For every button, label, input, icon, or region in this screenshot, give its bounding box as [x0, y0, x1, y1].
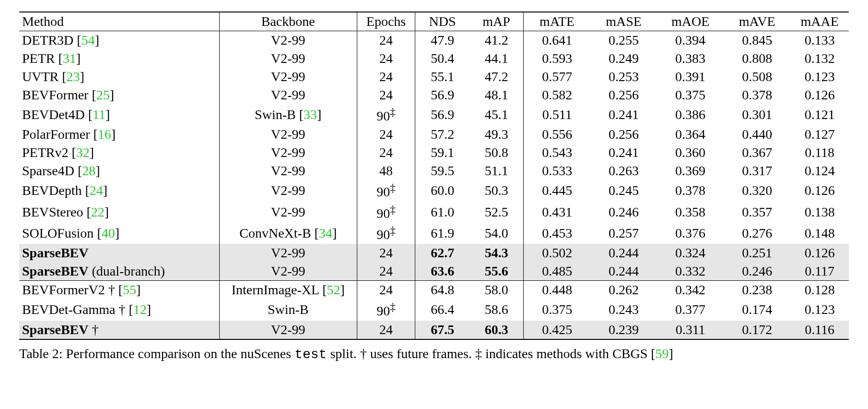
- citation-link[interactable]: 28: [82, 163, 95, 178]
- table-header-row: Method Backbone Epochs NDS mAP mATE mASE…: [19, 12, 849, 31]
- table-row: BEVFormerV2 † [55]InternImage-XL [52]246…: [19, 281, 849, 300]
- table-row: SparseBEVV2-992462.754.30.5020.2440.3240…: [19, 244, 849, 262]
- cell-method: Sparse4D [28]: [19, 162, 219, 180]
- cell-nds: 67.5: [415, 321, 469, 339]
- cell-epochs: 24: [357, 49, 415, 68]
- col-mase: mASE: [590, 12, 657, 31]
- cell-mave: 0.276: [724, 223, 790, 244]
- table-row: SOLOFusion [40]ConvNeXt-B [34]90‡61.954.…: [19, 223, 849, 244]
- citation-link[interactable]: 16: [98, 127, 111, 142]
- cell-backbone: V2-99: [219, 49, 357, 68]
- cell-method: SparseBEV: [19, 244, 219, 262]
- cell-map: 58.0: [469, 281, 524, 300]
- cell-backbone: Swin-B: [219, 299, 357, 320]
- cell-maae: 0.138: [790, 202, 849, 223]
- cell-backbone: V2-99: [219, 125, 357, 144]
- cell-method: BEVFormer [25]: [19, 86, 219, 104]
- citation-link[interactable]: 23: [67, 69, 80, 84]
- cell-map: 54.3: [469, 244, 524, 262]
- cell-method: SOLOFusion [40]: [19, 223, 219, 244]
- cell-map: 54.0: [469, 223, 524, 244]
- method-name: BEVDet-Gamma †: [22, 302, 125, 317]
- cell-maoe: 0.360: [657, 144, 724, 162]
- cell-mase: 0.249: [590, 49, 657, 68]
- table-row: PETRv2 [32]V2-992459.150.80.5430.2410.36…: [19, 144, 849, 162]
- cell-mase: 0.243: [590, 299, 657, 320]
- cell-mase: 0.244: [590, 262, 657, 281]
- cell-mase: 0.253: [590, 68, 657, 86]
- cell-epochs: 24: [357, 244, 415, 262]
- cell-mate: 0.641: [524, 31, 590, 50]
- col-maoe: mAOE: [657, 12, 724, 31]
- cell-mate: 0.582: [524, 86, 590, 104]
- cell-backbone: V2-99: [219, 244, 357, 262]
- citation-link[interactable]: 33: [304, 107, 317, 122]
- cell-maoe: 0.378: [657, 180, 724, 201]
- cell-maoe: 0.358: [657, 202, 724, 223]
- cell-map: 50.3: [469, 180, 524, 201]
- citation-link[interactable]: 59: [656, 346, 669, 361]
- col-maae: mAAE: [790, 12, 849, 31]
- citation-link[interactable]: 55: [123, 282, 136, 297]
- citation-link[interactable]: 32: [76, 145, 90, 160]
- cell-maoe: 0.332: [657, 262, 724, 281]
- citation-link[interactable]: 11: [93, 107, 106, 122]
- cell-mave: 0.508: [724, 68, 790, 86]
- cell-nds: 59.5: [415, 162, 469, 180]
- cell-mave: 0.440: [724, 125, 790, 144]
- cell-maae: 0.116: [790, 321, 849, 339]
- cell-maae: 0.128: [790, 281, 849, 300]
- citation-link[interactable]: 34: [319, 226, 332, 241]
- cell-mave: 0.174: [724, 299, 790, 320]
- method-name: PolarFormer: [22, 127, 90, 142]
- cell-epochs: 90‡: [357, 202, 415, 223]
- citation-link[interactable]: 52: [327, 282, 340, 297]
- method-name: SparseBEV: [22, 245, 88, 260]
- cell-mave: 0.808: [724, 49, 790, 68]
- cell-backbone: Swin-B [33]: [219, 104, 357, 125]
- cell-mave: 0.320: [724, 180, 790, 201]
- cell-epochs: 24: [357, 31, 415, 50]
- cell-nds: 47.9: [415, 31, 469, 50]
- cell-mase: 0.244: [590, 244, 657, 262]
- cell-epochs: 24: [357, 281, 415, 300]
- cell-mate: 0.485: [524, 262, 590, 281]
- citation-link[interactable]: 54: [82, 33, 95, 48]
- citation-link[interactable]: 22: [91, 204, 105, 219]
- cell-mave: 0.357: [724, 202, 790, 223]
- col-map: mAP: [469, 12, 524, 31]
- citation-link[interactable]: 12: [133, 302, 147, 317]
- method-suffix: (dual-branch): [88, 264, 164, 278]
- table-caption: Table 2: Performance comparison on the n…: [19, 345, 849, 364]
- cell-mate: 0.448: [524, 281, 590, 300]
- cell-map: 45.1: [469, 104, 524, 125]
- cell-epochs: 24: [357, 86, 415, 104]
- cell-maoe: 0.364: [657, 125, 724, 144]
- table-row: PolarFormer [16]V2-992457.249.30.5560.25…: [19, 125, 849, 144]
- citation-link[interactable]: 24: [90, 183, 103, 198]
- cell-method: SparseBEV †: [19, 321, 219, 339]
- method-name: DETR3D: [22, 33, 73, 48]
- cell-mase: 0.246: [590, 202, 657, 223]
- cell-mave: 0.845: [724, 31, 790, 50]
- cell-nds: 56.9: [415, 86, 469, 104]
- table-body-2: BEVFormerV2 † [55]InternImage-XL [52]246…: [19, 281, 849, 339]
- cell-nds: 59.1: [415, 144, 469, 162]
- method-name: SOLOFusion: [22, 226, 94, 241]
- cell-maoe: 0.377: [657, 299, 724, 320]
- cell-map: 51.1: [469, 162, 524, 180]
- method-name: BEVDet4D: [22, 107, 85, 122]
- cell-map: 60.3: [469, 321, 524, 339]
- cell-backbone: V2-99: [219, 68, 357, 86]
- cell-nds: 64.8: [415, 281, 469, 300]
- cell-map: 50.8: [469, 144, 524, 162]
- cell-epochs: 48: [357, 162, 415, 180]
- cell-maae: 0.126: [790, 180, 849, 201]
- citation-link[interactable]: 40: [102, 226, 115, 241]
- cell-backbone: V2-99: [219, 144, 357, 162]
- cell-mase: 0.255: [590, 31, 657, 50]
- cell-method: BEVDepth [24]: [19, 180, 219, 201]
- citation-link[interactable]: 31: [63, 51, 76, 66]
- cell-mate: 0.543: [524, 144, 590, 162]
- citation-link[interactable]: 25: [96, 87, 110, 102]
